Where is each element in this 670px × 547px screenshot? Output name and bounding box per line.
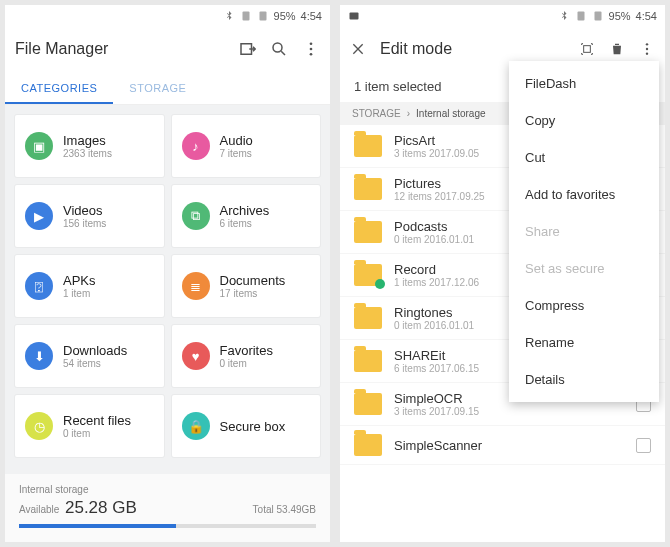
category-icon: ♪: [182, 132, 210, 160]
svg-point-6: [310, 53, 313, 56]
category-icon: ♥: [182, 342, 210, 370]
category-label: Recent files: [63, 413, 131, 428]
category-label: Secure box: [220, 419, 286, 434]
bluetooth-icon: [558, 10, 570, 22]
category-label: Downloads: [63, 343, 127, 358]
category-icon: ⧉: [182, 202, 210, 230]
svg-point-5: [310, 48, 313, 51]
close-icon[interactable]: [350, 41, 366, 57]
folder-icon: [354, 307, 382, 329]
folder-icon: [354, 178, 382, 200]
category-grid: ▣ Images 2363 items ♪ Audio 7 items ▶ Vi…: [5, 105, 330, 474]
menu-item[interactable]: Compress: [509, 287, 659, 324]
select-all-icon[interactable]: [579, 41, 595, 57]
edit-title: Edit mode: [380, 40, 565, 58]
category-sub: 156 items: [63, 218, 106, 229]
folder-icon: [354, 350, 382, 372]
category-label: Images: [63, 133, 112, 148]
tab-storage[interactable]: STORAGE: [113, 71, 202, 104]
folder-icon: [354, 264, 382, 286]
chevron-right-icon: ›: [407, 108, 410, 119]
category-card[interactable]: ♥ Favorites 0 item: [172, 325, 321, 387]
total-value: 53.49GB: [277, 504, 316, 515]
category-card[interactable]: ≣ Documents 17 items: [172, 255, 321, 317]
battery-text: 95%: [609, 10, 631, 22]
overflow-icon[interactable]: [302, 40, 320, 58]
svg-rect-0: [242, 12, 249, 21]
category-card[interactable]: ◷ Recent files 0 item: [15, 395, 164, 457]
phone-left: 95% 4:54 File Manager CATEGORIES STORAGE…: [5, 5, 330, 542]
category-label: Audio: [220, 133, 253, 148]
category-icon: ⍰: [25, 272, 53, 300]
category-card[interactable]: 🔒 Secure box: [172, 395, 321, 457]
menu-item[interactable]: Add to favorites: [509, 176, 659, 213]
file-row[interactable]: SimpleScanner: [340, 426, 665, 465]
category-sub: 6 items: [220, 218, 270, 229]
checkbox[interactable]: [636, 438, 651, 453]
breadcrumb-path[interactable]: Internal storage: [416, 108, 486, 119]
status-bar: 95% 4:54: [340, 5, 665, 27]
total-label: Total: [253, 504, 274, 515]
category-card[interactable]: ▣ Images 2363 items: [15, 115, 164, 177]
menu-item[interactable]: Copy: [509, 102, 659, 139]
menu-item[interactable]: Rename: [509, 324, 659, 361]
overflow-icon[interactable]: [639, 41, 655, 57]
folder-icon: [354, 135, 382, 157]
app-title: File Manager: [15, 40, 224, 58]
svg-rect-7: [350, 13, 359, 20]
bluetooth-icon: [223, 10, 235, 22]
file-sub: 3 items 2017.09.15: [394, 406, 624, 417]
svg-point-12: [646, 48, 648, 50]
svg-point-3: [273, 43, 282, 52]
storage-footer: Internal storage Available 25.28 GB Tota…: [5, 474, 330, 542]
category-icon: 🔒: [182, 412, 210, 440]
status-bar: 95% 4:54: [5, 5, 330, 27]
sim-icon: [240, 10, 252, 22]
folder-icon: [354, 221, 382, 243]
folder-icon: [354, 393, 382, 415]
image-icon: [348, 10, 360, 22]
menu-item[interactable]: FileDash: [509, 65, 659, 102]
category-card[interactable]: ♪ Audio 7 items: [172, 115, 321, 177]
svg-point-4: [310, 42, 313, 45]
category-icon: ≣: [182, 272, 210, 300]
available-label: Available: [19, 504, 59, 515]
category-sub: 1 item: [63, 288, 96, 299]
file-name: SimpleScanner: [394, 438, 624, 453]
category-sub: 17 items: [220, 288, 286, 299]
category-label: Documents: [220, 273, 286, 288]
svg-rect-8: [577, 12, 584, 21]
menu-item: Share: [509, 213, 659, 250]
sim2-icon: [592, 10, 604, 22]
category-label: Videos: [63, 203, 106, 218]
svg-point-13: [646, 52, 648, 54]
overflow-menu: FileDashCopyCutAdd to favoritesShareSet …: [509, 61, 659, 402]
delete-icon[interactable]: [609, 41, 625, 57]
category-card[interactable]: ▶ Videos 156 items: [15, 185, 164, 247]
category-card[interactable]: ⧉ Archives 6 items: [172, 185, 321, 247]
category-card[interactable]: ⍰ APKs 1 item: [15, 255, 164, 317]
folder-icon: [354, 434, 382, 456]
menu-item[interactable]: Cut: [509, 139, 659, 176]
storage-bar: [19, 524, 316, 528]
category-sub: 2363 items: [63, 148, 112, 159]
category-sub: 0 item: [63, 428, 131, 439]
menu-item[interactable]: Details: [509, 361, 659, 398]
toolbar: File Manager: [5, 27, 330, 71]
transfer-icon[interactable]: [238, 40, 256, 58]
svg-point-11: [646, 43, 648, 45]
tab-categories[interactable]: CATEGORIES: [5, 71, 113, 104]
storage-title: Internal storage: [19, 484, 316, 495]
category-card[interactable]: ⬇ Downloads 54 items: [15, 325, 164, 387]
svg-rect-10: [584, 46, 591, 53]
tabs: CATEGORIES STORAGE: [5, 71, 330, 105]
category-label: Archives: [220, 203, 270, 218]
available-value: 25.28 GB: [65, 498, 137, 517]
phone-right: 95% 4:54 Edit mode 1 item selected STORA…: [340, 5, 665, 542]
category-icon: ◷: [25, 412, 53, 440]
category-sub: 7 items: [220, 148, 253, 159]
sim2-icon: [257, 10, 269, 22]
search-icon[interactable]: [270, 40, 288, 58]
breadcrumb-root[interactable]: STORAGE: [352, 108, 401, 119]
category-icon: ▶: [25, 202, 53, 230]
